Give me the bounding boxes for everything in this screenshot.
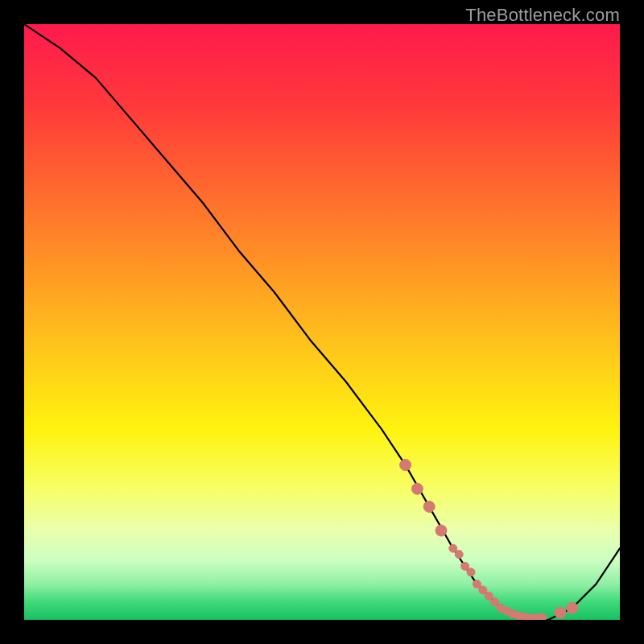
dot [449,544,457,552]
chart-frame: TheBottleneck.com [0,0,644,644]
curve-svg [24,24,620,620]
dot [479,586,487,594]
bottleneck-curve [24,24,620,620]
dot [555,607,566,618]
dot [436,525,447,536]
highlight-dots [400,460,578,620]
dot [411,483,423,494]
dot [423,501,435,512]
dot [455,551,463,559]
dot [485,592,493,600]
dot [400,460,411,471]
plot-area [24,24,620,620]
dot [567,602,578,613]
dot [467,568,475,576]
dot [491,598,499,606]
dot [473,580,481,588]
dot [461,562,469,570]
attribution-text: TheBottleneck.com [465,5,620,26]
dot [539,613,547,620]
